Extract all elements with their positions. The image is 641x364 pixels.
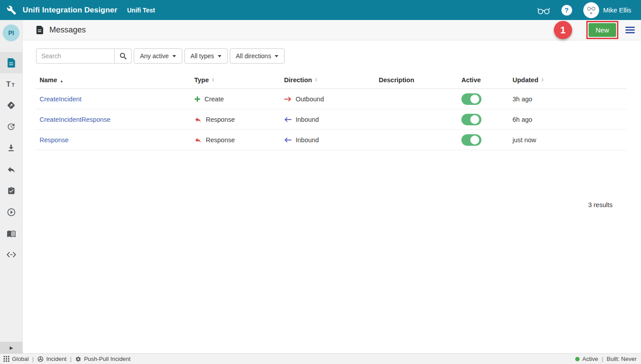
plus-icon (194, 96, 200, 102)
column-header-updated[interactable]: Updated (513, 76, 627, 84)
book-icon (7, 229, 16, 238)
active-status-dot (575, 357, 580, 361)
type-label: Create (204, 96, 224, 103)
updated-cell: 6h ago (513, 116, 627, 123)
integration-avatar[interactable]: PI (3, 24, 20, 41)
annotation-highlight-box: New (586, 21, 618, 39)
status-label: Active (582, 356, 598, 362)
sort-asc-icon (60, 76, 64, 84)
message-name-link[interactable]: Response (40, 136, 68, 144)
column-header-description: Description (379, 76, 461, 84)
search-input[interactable] (36, 48, 114, 64)
user-avatar[interactable] (583, 2, 599, 18)
sidebar-item-responses[interactable] (0, 159, 23, 180)
separator (601, 356, 603, 362)
built-label: Built: Never (607, 356, 637, 362)
history-icon (7, 122, 16, 131)
svg-text:T: T (6, 80, 11, 88)
wheel-icon (37, 356, 44, 362)
direction-label: Inbound (296, 136, 319, 144)
column-header-active: Active (461, 76, 513, 84)
chevron-down-icon (218, 55, 221, 57)
download-icon (7, 144, 16, 152)
sidebar-collapse-button[interactable] (0, 342, 23, 353)
clipboard-check-icon (7, 187, 16, 195)
menu-icon[interactable] (625, 26, 635, 34)
sidebar-item-history[interactable] (0, 116, 23, 137)
results-count: 3 results (36, 201, 613, 208)
direction-label: Outbound (296, 96, 324, 103)
filter-bar: Any active All types All directions (36, 48, 641, 64)
direction-label: Inbound (296, 116, 319, 123)
separator (32, 356, 34, 362)
search-button[interactable] (114, 48, 132, 64)
user-name[interactable]: Mike Ellis (603, 6, 631, 14)
arrow-left-icon (284, 137, 292, 143)
separator (70, 356, 72, 362)
sidebar-item-import[interactable] (0, 137, 23, 159)
app-title: Unifi Integration Designer (23, 6, 117, 15)
column-header-name[interactable]: Name (36, 76, 194, 84)
column-header-direction[interactable]: Direction (284, 76, 379, 84)
chevron-down-icon (275, 55, 278, 57)
sidebar-item-scripts[interactable] (0, 244, 23, 265)
sidebar-item-integration[interactable] (0, 95, 23, 116)
table-body: CreateIncident Create Outbound 3h ago (36, 89, 627, 150)
arrow-left-icon (284, 117, 292, 122)
scope-item[interactable]: Global (4, 356, 29, 362)
messages-doc-icon (36, 26, 44, 34)
updated-cell: 3h ago (513, 96, 627, 103)
active-toggle[interactable] (461, 93, 481, 105)
direction-filter-dropdown[interactable]: All directions (230, 48, 284, 64)
grid-icon (4, 356, 9, 362)
column-header-type[interactable]: Type (194, 76, 284, 84)
integration-item[interactable]: Push-Pull Incident (75, 356, 131, 362)
sidebar-item-tasks[interactable] (0, 180, 23, 201)
sidebar: PI TT (0, 20, 23, 353)
reply-icon (7, 165, 16, 174)
sidebar-item-fields[interactable]: TT (0, 73, 23, 95)
glasses-icon[interactable] (537, 5, 550, 15)
page-title: Messages (49, 25, 86, 35)
sort-icon (212, 78, 215, 81)
reply-icon (194, 136, 202, 143)
chevron-down-icon (172, 55, 176, 57)
wrench-icon (0, 5, 23, 15)
active-filter-label: Any active (140, 52, 169, 60)
send-diamond-icon (6, 100, 16, 110)
page-header: Messages 1 New (23, 20, 641, 40)
text-format-icon: TT (6, 80, 16, 88)
svg-text:T: T (12, 82, 15, 88)
sidebar-item-documentation[interactable] (0, 223, 23, 244)
type-filter-dropdown[interactable]: All types (184, 48, 228, 64)
gear-icon (75, 356, 81, 362)
new-button[interactable]: New (589, 23, 616, 37)
table-header: Name Type Direction Description Active (36, 71, 627, 89)
status-bar: Global Incident Push-Pull Incident Activ… (0, 353, 641, 364)
message-name-link[interactable]: CreateIncidentResponse (40, 116, 111, 123)
reply-icon (194, 116, 202, 123)
active-filter-dropdown[interactable]: Any active (134, 48, 182, 64)
document-icon (7, 58, 16, 68)
arrow-right-icon (284, 96, 292, 102)
updated-cell: just now (513, 136, 627, 144)
top-bar: Unifi Integration Designer Unifi Test ? … (0, 0, 641, 20)
type-label: Response (206, 136, 235, 144)
message-name-link[interactable]: CreateIncident (40, 96, 81, 103)
type-label: Response (206, 116, 235, 123)
process-item[interactable]: Incident (37, 356, 67, 362)
direction-filter-label: All directions (236, 52, 271, 60)
table-row: Response Response Inbound just now (36, 130, 627, 150)
sidebar-item-messages[interactable] (0, 52, 23, 73)
active-toggle[interactable] (461, 134, 481, 146)
sort-icon (315, 78, 318, 81)
workspace-name[interactable]: Unifi Test (127, 7, 155, 14)
code-icon (6, 251, 16, 258)
table-row: CreateIncidentResponse Response Inbound … (36, 109, 627, 130)
active-toggle[interactable] (461, 114, 481, 125)
play-circle-icon (7, 208, 16, 217)
sort-icon (541, 78, 544, 81)
help-icon[interactable]: ? (561, 5, 572, 16)
search-icon (120, 52, 127, 60)
sidebar-item-run[interactable] (0, 201, 23, 223)
